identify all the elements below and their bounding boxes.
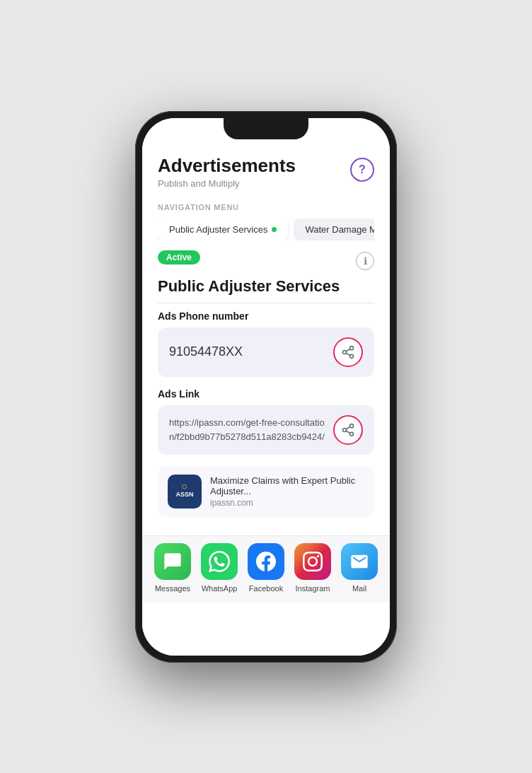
facebook-svg (256, 552, 276, 571)
ad-preview-title: Maximize Claims with Expert Public Adjus… (210, 475, 364, 496)
facebook-label: Facebook (249, 584, 283, 593)
page-title: Advertisements (158, 155, 296, 177)
nav-tabs: Public Adjuster Services Water Damage Mi… (158, 219, 374, 240)
phone-share-button[interactable] (333, 337, 363, 367)
info-button[interactable]: ℹ (356, 252, 374, 270)
nav-active-dot (272, 227, 277, 232)
share-item-whatsapp[interactable]: WhatsApp (199, 543, 240, 593)
logo-border-icon: ⬡ (182, 484, 187, 491)
share-item-mail[interactable]: Mail (339, 543, 380, 593)
divider-1 (158, 303, 374, 303)
whatsapp-icon (201, 543, 238, 580)
share-icon (341, 345, 355, 359)
phone-field-label: Ads Phone number (158, 310, 374, 322)
messages-icon (154, 543, 191, 580)
nav-section-label: NAVIGATION MENU (158, 203, 374, 211)
messages-svg (163, 552, 183, 571)
share-item-messages[interactable]: Messages (152, 543, 193, 593)
phone-screen: Advertisements Publish and Multiply ? NA… (142, 118, 390, 656)
whatsapp-svg (209, 551, 230, 572)
link-share-button[interactable] (333, 415, 363, 445)
phone-field-box: 91054478XX (158, 327, 374, 377)
share-item-instagram[interactable]: Instagram (292, 543, 333, 593)
ad-logo: ⬡ ASSN (168, 475, 202, 508)
instagram-icon (294, 543, 331, 580)
messages-label: Messages (155, 584, 190, 593)
nav-tab-label: Water Damage Mitigation (305, 224, 374, 235)
facebook-icon (248, 543, 284, 580)
whatsapp-label: WhatsApp (202, 584, 238, 593)
instagram-label: Instagram (296, 584, 330, 593)
link-value: https://ipassn.com/get-free-consultation… (169, 416, 326, 443)
page-subtitle: Publish and Multiply (158, 178, 296, 189)
share-icon (341, 423, 355, 437)
header-text: Advertisements Publish and Multiply (158, 155, 296, 189)
ad-preview-info: Maximize Claims with Expert Public Adjus… (210, 475, 364, 508)
svg-line-4 (346, 349, 350, 351)
ad-preview: ⬡ ASSN Maximize Claims with Expert Publi… (158, 466, 374, 517)
mail-icon (341, 543, 378, 580)
logo-text: ASSN (175, 491, 193, 499)
info-icon: ℹ (364, 255, 367, 267)
link-field-box: https://ipassn.com/get-free-consultation… (158, 405, 374, 455)
instagram-svg (303, 552, 323, 571)
ad-preview-domain: ipassn.com (210, 498, 364, 508)
mail-label: Mail (352, 584, 366, 593)
notch (224, 118, 308, 139)
ad-section: Active ℹ Public Adjuster Services Ads Ph… (142, 246, 390, 535)
nav-tab-water-damage[interactable]: Water Damage Mitigation (294, 219, 374, 240)
share-item-facebook[interactable]: Facebook (245, 543, 287, 593)
ad-title: Public Adjuster Services (158, 277, 374, 296)
status-badge: Active (158, 250, 200, 265)
svg-line-9 (346, 426, 350, 429)
svg-line-3 (346, 353, 350, 355)
navigation-section: NAVIGATION MENU Public Adjuster Services… (142, 196, 390, 246)
svg-line-8 (346, 431, 350, 433)
help-button[interactable]: ? (350, 158, 374, 182)
header: Advertisements Publish and Multiply ? (142, 145, 390, 196)
share-row: Messages WhatsApp (142, 535, 390, 603)
link-field-label: Ads Link (158, 388, 374, 400)
nav-tab-label: Public Adjuster Services (169, 224, 267, 235)
phone-value: 91054478XX (169, 344, 243, 359)
mail-svg (349, 552, 369, 571)
nav-tab-public-adjuster[interactable]: Public Adjuster Services (158, 219, 288, 240)
screen-content: Advertisements Publish and Multiply ? NA… (142, 118, 390, 656)
phone-frame: Advertisements Publish and Multiply ? NA… (135, 111, 397, 663)
